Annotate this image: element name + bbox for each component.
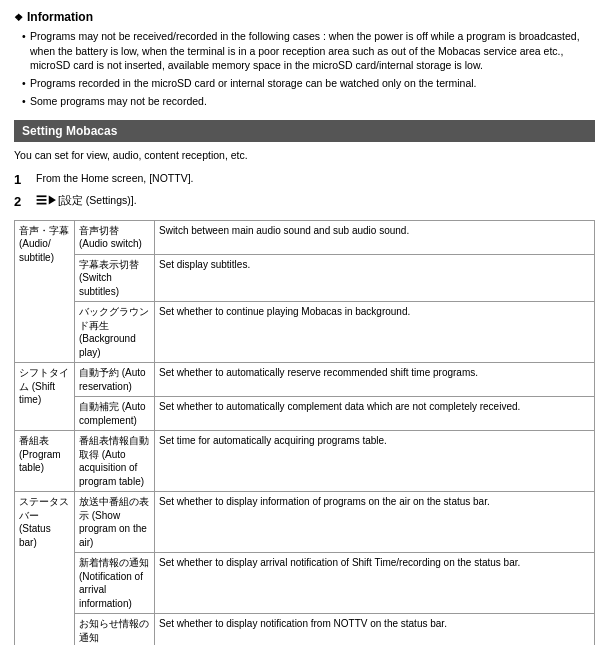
steps-container: 1 From the Home screen, [NOTTV]. 2 ☰▶[設定… xyxy=(14,171,595,211)
cell-audio-subtitle: 音声・字幕(Audio/subtitle) xyxy=(15,220,75,363)
cell-program-table-label: 番組表情報自動取得 (Auto acquisition of program t… xyxy=(75,431,155,492)
cell-notice-notification-desc: Set whether to display notification from… xyxy=(155,614,595,646)
table-row: 自動補完 (Auto complement) Set whether to au… xyxy=(15,397,595,431)
cell-background-play-label: バックグラウンド再生(Backgroundplay) xyxy=(75,302,155,363)
cell-auto-complement-desc: Set whether to automatically complement … xyxy=(155,397,595,431)
step-text-2: ☰▶[設定 (Settings)]. xyxy=(36,193,137,208)
info-list: Programs may not be received/recorded in… xyxy=(14,29,595,108)
table-row: 新着情報の通知(Notification of arrival informat… xyxy=(15,553,595,614)
info-section: ❖ Information Programs may not be receiv… xyxy=(14,10,595,108)
table-row: バックグラウンド再生(Backgroundplay) Set whether t… xyxy=(15,302,595,363)
list-item: Programs may not be received/recorded in… xyxy=(22,29,595,73)
list-item: Programs recorded in the microSD card or… xyxy=(22,76,595,91)
page-container: ❖ Information Programs may not be receiv… xyxy=(0,0,609,645)
cell-switch-subtitles-desc: Set display subtitles. xyxy=(155,254,595,302)
table-row: ステータスバー (Status bar) 放送中番組の表示 (Show prog… xyxy=(15,492,595,553)
table-row: 音声・字幕(Audio/subtitle) 音声切替(Audio switch)… xyxy=(15,220,595,254)
step-text-1: From the Home screen, [NOTTV]. xyxy=(36,171,194,186)
step-2: 2 ☰▶[設定 (Settings)]. xyxy=(14,193,595,211)
table-row: 字幕表示切替(Switchsubtitles) Set display subt… xyxy=(15,254,595,302)
setting-title: Setting Mobacas xyxy=(22,124,117,138)
step-num-2: 2 xyxy=(14,193,32,211)
cell-shift-time: シフトタイム (Shift time) xyxy=(15,363,75,431)
setting-heading-bar: Setting Mobacas xyxy=(14,120,595,142)
cell-switch-subtitles-label: 字幕表示切替(Switchsubtitles) xyxy=(75,254,155,302)
cell-show-program-desc: Set whether to display information of pr… xyxy=(155,492,595,553)
setting-description: You can set for view, audio, content rec… xyxy=(14,148,595,163)
cell-status-bar: ステータスバー (Status bar) xyxy=(15,492,75,646)
list-item: Some programs may not be recorded. xyxy=(22,94,595,109)
table-row: 番組表(Programtable) 番組表情報自動取得 (Auto acquis… xyxy=(15,431,595,492)
info-heading: ❖ Information xyxy=(14,10,595,24)
info-title: Information xyxy=(27,10,93,24)
table-row: シフトタイム (Shift time) 自動予約 (Auto reservati… xyxy=(15,363,595,397)
cell-arrival-notification-label: 新着情報の通知(Notification of arrival informat… xyxy=(75,553,155,614)
cell-show-program-label: 放送中番組の表示 (Show program on the air) xyxy=(75,492,155,553)
cell-arrival-notification-desc: Set whether to display arrival notificat… xyxy=(155,553,595,614)
cell-audio-switch-label: 音声切替(Audio switch) xyxy=(75,220,155,254)
cell-auto-reservation-label: 自動予約 (Auto reservation) xyxy=(75,363,155,397)
cell-background-play-desc: Set whether to continue playing Mobacas … xyxy=(155,302,595,363)
cell-notice-notification-label: お知らせ情報の通知(Notification of notice informa… xyxy=(75,614,155,646)
cell-program-table: 番組表(Programtable) xyxy=(15,431,75,492)
diamond-icon: ❖ xyxy=(14,12,23,23)
settings-table: 音声・字幕(Audio/subtitle) 音声切替(Audio switch)… xyxy=(14,220,595,646)
cell-program-table-desc: Set time for automatically acquiring pro… xyxy=(155,431,595,492)
cell-audio-switch-desc: Switch between main audio sound and sub … xyxy=(155,220,595,254)
table-row: お知らせ情報の通知(Notification of notice informa… xyxy=(15,614,595,646)
step-1: 1 From the Home screen, [NOTTV]. xyxy=(14,171,595,189)
cell-auto-complement-label: 自動補完 (Auto complement) xyxy=(75,397,155,431)
cell-auto-reservation-desc: Set whether to automatically reserve rec… xyxy=(155,363,595,397)
step-num-1: 1 xyxy=(14,171,32,189)
